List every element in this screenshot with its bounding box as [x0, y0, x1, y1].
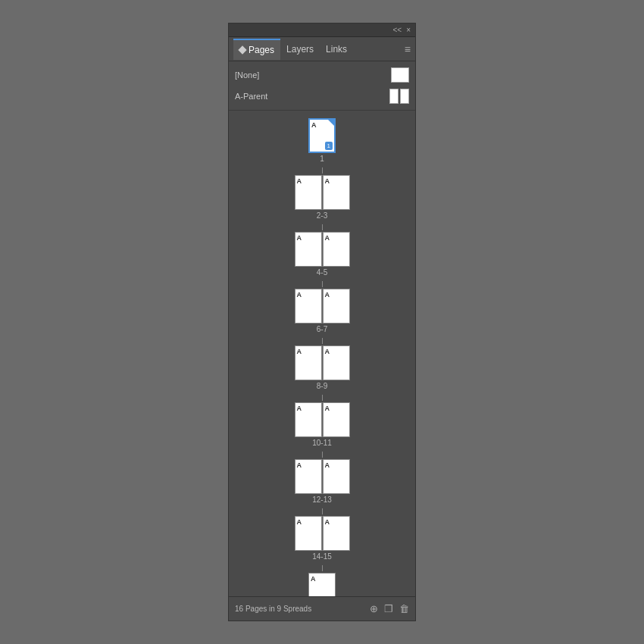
diamond-icon: [238, 46, 246, 55]
page-letter-4: A: [297, 234, 302, 242]
page-thumb-8[interactable]: A: [295, 345, 322, 380]
page-thumb-3[interactable]: A: [323, 175, 350, 210]
page-badge-1: 1: [325, 142, 333, 150]
master-none-label: [None]: [235, 70, 259, 80]
page-letter-11: A: [325, 405, 330, 412]
spread-pages-14-15: AA: [295, 516, 350, 551]
spread-label-1: 1: [320, 155, 324, 163]
close-button[interactable]: ×: [406, 26, 411, 34]
tab-bar: Pages Layers Links ≡: [229, 37, 415, 61]
master-aparent-label: A-Parent: [235, 92, 267, 101]
spread-14-15: AA14-15: [295, 508, 350, 561]
page-thumb-2[interactable]: A: [295, 175, 322, 210]
masters-section: [None] A-Parent: [229, 61, 415, 111]
spread-label-4-5: 4-5: [317, 268, 327, 277]
master-thumb-left: [389, 89, 399, 104]
page-letter-1: A: [311, 121, 317, 129]
spread-label-14-15: 14-15: [312, 552, 332, 561]
page-letter-10: A: [297, 405, 302, 412]
connector-line: [322, 281, 323, 287]
page-letter-13: A: [325, 461, 330, 469]
delete-page-button[interactable]: 🗑: [399, 603, 409, 614]
spread-4-5: AA4-5: [295, 224, 350, 277]
page-letter-5: A: [325, 234, 330, 242]
duplicate-page-button[interactable]: ❐: [384, 603, 393, 614]
master-none-thumb: [391, 67, 409, 83]
page-thumb-6[interactable]: A: [295, 289, 322, 324]
page-letter-9: A: [325, 348, 330, 355]
panel-menu-button[interactable]: ≡: [405, 43, 411, 55]
connector-line: [322, 452, 323, 458]
connector-line: [322, 395, 323, 401]
spread-10-11: AA10-11: [295, 395, 350, 447]
page-letter-3: A: [325, 177, 330, 185]
pages-count-text: 16 Pages in 9 Spreads: [235, 605, 311, 613]
spread-label-12-13: 12-13: [312, 496, 332, 504]
spread-pages-16: A: [308, 573, 336, 596]
connector-line: [322, 508, 323, 514]
master-none-row[interactable]: [None]: [235, 64, 409, 86]
spread-12-13: AA12-13: [295, 452, 350, 504]
page-thumb-12[interactable]: A: [295, 459, 322, 494]
page-thumb-9[interactable]: A: [323, 345, 350, 380]
spread-pages-12-13: AA: [295, 459, 350, 494]
tab-pages[interactable]: Pages: [233, 39, 280, 60]
new-page-button[interactable]: ⊕: [370, 603, 378, 614]
spread-8-9: AA8-9: [295, 338, 350, 390]
spread-pages-10-11: AA: [295, 402, 350, 437]
spread-label-6-7: 6-7: [317, 325, 327, 333]
spread-pages-4-5: AA: [295, 232, 350, 267]
page-thumb-13[interactable]: A: [323, 459, 350, 494]
page-thumb-1[interactable]: A1: [308, 118, 336, 153]
spread-pages-8-9: AA: [295, 345, 350, 380]
spread-label-10-11: 10-11: [312, 439, 332, 447]
master-aparent-row[interactable]: A-Parent: [235, 86, 409, 107]
spread-2-3: AA2-3: [295, 167, 350, 220]
pages-container: A11AA2-3AA4-5AA6-7AA8-9AA10-11AA12-13AA1…: [229, 111, 415, 596]
pages-panel: << × Pages Layers Links ≡ [None] A-Paren…: [228, 23, 416, 621]
page-letter-12: A: [297, 461, 302, 469]
spread-6-7: AA6-7: [295, 281, 350, 333]
spread-label-8-9: 8-9: [317, 382, 327, 390]
panel-titlebar: << ×: [229, 23, 415, 37]
page-thumb-7[interactable]: A: [323, 289, 350, 324]
page-letter-8: A: [297, 348, 302, 355]
connector-line: [322, 338, 323, 344]
tab-links[interactable]: Links: [320, 39, 353, 59]
page-letter-7: A: [325, 291, 330, 299]
spread-1: A11: [308, 118, 336, 163]
footer-icons: ⊕ ❐ 🗑: [370, 603, 409, 614]
tab-layers[interactable]: Layers: [280, 39, 320, 59]
spread-16: A16: [308, 565, 336, 596]
master-aparent-thumb: [389, 89, 409, 104]
collapse-button[interactable]: <<: [392, 26, 402, 34]
connector-line: [322, 224, 323, 230]
dog-ear-icon: [328, 120, 334, 126]
page-thumb-11[interactable]: A: [323, 402, 350, 437]
connector-line: [322, 565, 323, 571]
spread-pages-6-7: AA: [295, 289, 350, 324]
page-thumb-15[interactable]: A: [323, 516, 350, 551]
page-letter-6: A: [297, 291, 302, 299]
page-letter-14: A: [297, 518, 302, 526]
spread-pages-1: A1: [308, 118, 336, 153]
spread-label-2-3: 2-3: [317, 211, 327, 220]
panel-footer: 16 Pages in 9 Spreads ⊕ ❐ 🗑: [229, 596, 415, 621]
page-thumb-10[interactable]: A: [295, 402, 322, 437]
page-thumb-4[interactable]: A: [295, 232, 322, 267]
page-thumb-5[interactable]: A: [323, 232, 350, 267]
page-letter-15: A: [325, 518, 330, 526]
page-letter-2: A: [297, 177, 302, 185]
page-letter-16: A: [311, 575, 316, 583]
master-thumb-right: [400, 89, 409, 104]
spread-pages-2-3: AA: [295, 175, 350, 210]
page-thumb-16[interactable]: A: [308, 573, 336, 596]
connector-line: [322, 167, 323, 174]
page-thumb-14[interactable]: A: [295, 516, 322, 551]
